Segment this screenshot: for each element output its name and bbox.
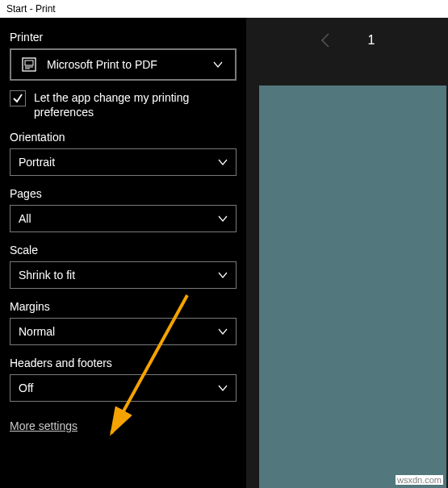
headers-footers-value: Off <box>19 382 33 394</box>
printer-label: Printer <box>10 31 237 44</box>
margins-value: Normal <box>19 325 55 338</box>
printer-value: Microsoft Print to PDF <box>47 58 157 71</box>
scale-select[interactable]: Shrink to fit <box>10 261 237 289</box>
margins-label: Margins <box>10 300 237 313</box>
printer-icon <box>21 56 37 73</box>
chevron-down-icon <box>218 157 228 167</box>
orientation-label: Orientation <box>10 131 237 144</box>
orientation-select[interactable]: Portrait <box>10 148 237 176</box>
chevron-down-icon <box>218 383 228 393</box>
chevron-down-icon <box>218 214 228 223</box>
scale-label: Scale <box>10 244 237 257</box>
chevron-down-icon <box>218 270 228 280</box>
prev-page-button[interactable] <box>320 32 331 48</box>
chevron-down-icon <box>212 59 224 70</box>
pages-label: Pages <box>10 187 237 200</box>
more-settings-link[interactable]: More settings <box>10 419 77 432</box>
watermark: wsxdn.com <box>396 475 443 485</box>
dialog-content: Printer Microsoft Print to PDF Let the a… <box>0 18 448 488</box>
pages-value: All <box>19 212 31 225</box>
pages-select[interactable]: All <box>10 205 237 232</box>
orientation-value: Portrait <box>19 156 55 169</box>
page-navigator: 1 <box>246 32 448 48</box>
svg-rect-1 <box>25 60 33 65</box>
chevron-down-icon <box>218 327 228 336</box>
window-titlebar: Start - Print <box>0 0 448 18</box>
headers-footers-select[interactable]: Off <box>10 374 237 402</box>
current-page-number: 1 <box>368 33 375 48</box>
window-title: Start - Print <box>6 3 56 15</box>
headers-footers-label: Headers and footers <box>10 357 237 369</box>
app-change-prefs-row: Let the app change my printing preferenc… <box>10 90 237 119</box>
scale-value: Shrink to fit <box>19 269 75 282</box>
app-change-prefs-checkbox[interactable] <box>10 90 26 106</box>
preview-pane: 1 <box>246 18 448 488</box>
margins-select[interactable]: Normal <box>10 318 237 345</box>
svg-rect-0 <box>23 58 36 71</box>
page-preview <box>259 86 446 488</box>
print-options-pane: Printer Microsoft Print to PDF Let the a… <box>0 18 246 488</box>
printer-select[interactable]: Microsoft Print to PDF <box>10 48 237 81</box>
app-change-prefs-label: Let the app change my printing preferenc… <box>34 90 237 119</box>
